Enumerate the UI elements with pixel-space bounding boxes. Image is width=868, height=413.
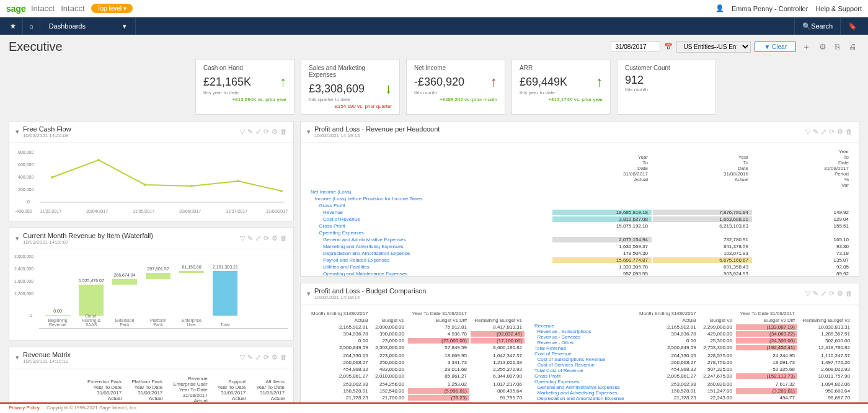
panel-timestamp: 10/03/2021 14:19:14 bbox=[314, 295, 426, 300]
kpi-card[interactable]: Sales and Marketing Expenses £3,308,609↓… bbox=[301, 59, 400, 115]
collapse-icon[interactable]: ▾ bbox=[16, 128, 19, 136]
clear-button[interactable]: ▼ Clear bbox=[755, 42, 796, 52]
top-level-badge[interactable]: Top level ▾ bbox=[91, 4, 133, 13]
svg-text:31/07/2017: 31/07/2017 bbox=[226, 209, 247, 213]
svg-text:31/08/2017: 31/08/2017 bbox=[266, 209, 288, 213]
expand-icon[interactable]: ⤢ bbox=[821, 290, 826, 298]
refresh-icon[interactable]: ⟳ bbox=[829, 290, 835, 298]
edit-icon[interactable]: ✎ bbox=[813, 128, 818, 136]
calendar-icon[interactable]: 📅 bbox=[664, 43, 673, 51]
entity-select[interactable]: US Entities--US Entiti bbox=[676, 41, 751, 53]
nav-bookmark-icon[interactable]: 🔖 bbox=[840, 17, 864, 35]
edit-icon[interactable]: ✎ bbox=[813, 290, 818, 298]
svg-text:400,000: 400,000 bbox=[18, 175, 33, 179]
svg-text:30/06/2017: 30/06/2017 bbox=[179, 209, 201, 213]
filter-icon[interactable]: ▽ bbox=[240, 234, 245, 242]
user-name[interactable]: Emma Penny - Controller bbox=[732, 5, 808, 12]
copyright: Copyright © 1999-2021 Sage Intacct, Inc. bbox=[46, 405, 138, 411]
expand-icon[interactable]: ⤢ bbox=[255, 353, 261, 362]
svg-text:30/04/2017: 30/04/2017 bbox=[86, 209, 108, 213]
user-icon: 👤 bbox=[715, 4, 724, 12]
panel-pl-budget: ▾ Profit and Loss - Budget Comparison 10… bbox=[300, 283, 859, 413]
kpi-card[interactable]: Cash on Hand £21,165K↑ this year to date… bbox=[195, 59, 294, 115]
svg-point-11 bbox=[237, 180, 239, 182]
print-icon[interactable]: 🖨 bbox=[846, 42, 859, 51]
panel-title: Current Month Revenue by Item (Waterfall… bbox=[23, 232, 153, 239]
filter-icon[interactable]: ▽ bbox=[805, 290, 810, 298]
svg-point-9 bbox=[144, 184, 146, 186]
budget-labels: Revenue Revenue - Subscriptions Revenue … bbox=[533, 309, 626, 413]
expand-icon[interactable]: ⤢ bbox=[821, 128, 826, 136]
svg-point-8 bbox=[97, 159, 100, 161]
edit-icon[interactable]: ✎ bbox=[247, 353, 253, 362]
svg-text:800,000: 800,000 bbox=[18, 150, 33, 154]
nav-search[interactable]: 🔍 Search bbox=[794, 17, 840, 35]
panel-timestamp: 10/03/2021 14:20:08 bbox=[23, 133, 71, 138]
collapse-icon[interactable]: ▾ bbox=[307, 128, 311, 136]
collapse-icon[interactable]: ▾ bbox=[16, 353, 19, 362]
panel-timestamp: 10/03/2021 14:19:12 bbox=[23, 358, 71, 364]
collapse-icon[interactable]: ▾ bbox=[307, 290, 311, 298]
home-icon[interactable]: ⌂ bbox=[23, 17, 40, 35]
svg-text:-400,000: -400,000 bbox=[15, 209, 32, 213]
collapse-icon[interactable]: ▾ bbox=[16, 234, 19, 242]
waterfall-chart: 3,000,000 2,400,000 1,800,000 1,200,000 … bbox=[14, 254, 288, 335]
kpi-card[interactable]: Customer Count 912 this month bbox=[617, 59, 716, 115]
settings-icon[interactable]: ⚙ bbox=[272, 353, 278, 362]
copy-icon[interactable]: ⎘ bbox=[833, 42, 843, 51]
filter-icon[interactable]: ▽ bbox=[240, 128, 245, 136]
svg-point-10 bbox=[190, 185, 193, 187]
edit-icon[interactable]: ✎ bbox=[247, 234, 253, 242]
svg-text:0: 0 bbox=[27, 200, 30, 204]
delete-icon[interactable]: 🗑 bbox=[280, 353, 287, 362]
svg-text:600,000: 600,000 bbox=[18, 162, 33, 167]
expand-icon[interactable]: ⤢ bbox=[255, 128, 261, 136]
filter-icon[interactable]: ▽ bbox=[805, 128, 810, 136]
svg-text:31/05/2017: 31/05/2017 bbox=[133, 209, 154, 213]
help-link[interactable]: Help & Support bbox=[815, 5, 862, 12]
gear-icon[interactable]: ⚙ bbox=[817, 42, 829, 51]
filter-icon[interactable]: ▽ bbox=[240, 353, 245, 362]
refresh-icon[interactable]: ⟳ bbox=[264, 128, 269, 136]
svg-text:31/03/2017: 31/03/2017 bbox=[40, 209, 61, 213]
free-cash-flow-chart: 800,000 600,000 400,000 200,000 0 -400,0… bbox=[14, 148, 288, 216]
settings-icon[interactable]: ⚙ bbox=[272, 234, 278, 242]
panel-timestamp: 10/03/2021 14:19:13 bbox=[314, 133, 440, 138]
delete-icon[interactable]: 🗑 bbox=[280, 234, 287, 242]
svg-text:200,000: 200,000 bbox=[18, 187, 33, 192]
svg-point-12 bbox=[280, 190, 283, 192]
budget-right-table: Month Ending 31/08/2017Year To Date 31/0… bbox=[634, 309, 854, 413]
date-input[interactable] bbox=[611, 42, 660, 52]
svg-point-7 bbox=[51, 176, 53, 179]
panel-title: Revenue Matrix bbox=[23, 351, 71, 358]
edit-icon[interactable]: ✎ bbox=[247, 128, 253, 136]
kpi-card[interactable]: ARR £69,449K↑ this year to date +£13,174… bbox=[512, 59, 611, 115]
settings-icon[interactable]: ⚙ bbox=[837, 128, 843, 136]
panel-title: Free Cash Flow bbox=[23, 125, 71, 133]
logo-intacct: Intacct bbox=[31, 4, 55, 13]
privacy-link[interactable]: Privacy Policy bbox=[9, 405, 40, 411]
page-title: Executive bbox=[9, 40, 63, 54]
pl-headcount-table: YearToDate31/08/2017ActualYearToDate31/0… bbox=[306, 148, 854, 276]
expand-icon[interactable]: ⤢ bbox=[255, 234, 261, 242]
delete-icon[interactable]: 🗑 bbox=[280, 128, 287, 136]
nav-dashboards[interactable]: Dashboards▾ bbox=[40, 17, 136, 35]
panel-timestamp: 10/03/2021 14:20:07 bbox=[23, 239, 153, 245]
footer: Privacy Policy Copyright © 1999-2021 Sag… bbox=[0, 402, 868, 413]
add-icon[interactable]: ＋ bbox=[800, 42, 813, 53]
panel-title: Profit and Loss - Revenue per Headcount bbox=[314, 125, 440, 133]
company-name: Intacct bbox=[61, 4, 84, 13]
panel-pl-headcount: ▾ Profit and Loss - Revenue per Headcoun… bbox=[300, 121, 859, 277]
refresh-icon[interactable]: ⟳ bbox=[264, 353, 269, 362]
star-icon[interactable]: ★ bbox=[4, 17, 23, 35]
settings-icon[interactable]: ⚙ bbox=[272, 128, 278, 136]
logo-sage: sage bbox=[6, 4, 26, 14]
panel-waterfall: ▾ Current Month Revenue by Item (Waterfa… bbox=[9, 228, 294, 340]
refresh-icon[interactable]: ⟳ bbox=[829, 128, 835, 136]
refresh-icon[interactable]: ⟳ bbox=[264, 234, 269, 242]
kpi-card[interactable]: Net Income -£360,920↑ this month +£488,2… bbox=[406, 59, 505, 115]
delete-icon[interactable]: 🗑 bbox=[846, 128, 852, 136]
settings-icon[interactable]: ⚙ bbox=[837, 290, 843, 298]
budget-left-table: Month Ending 31/08/2017Year To Date 31/0… bbox=[306, 309, 526, 413]
delete-icon[interactable]: 🗑 bbox=[846, 290, 852, 298]
